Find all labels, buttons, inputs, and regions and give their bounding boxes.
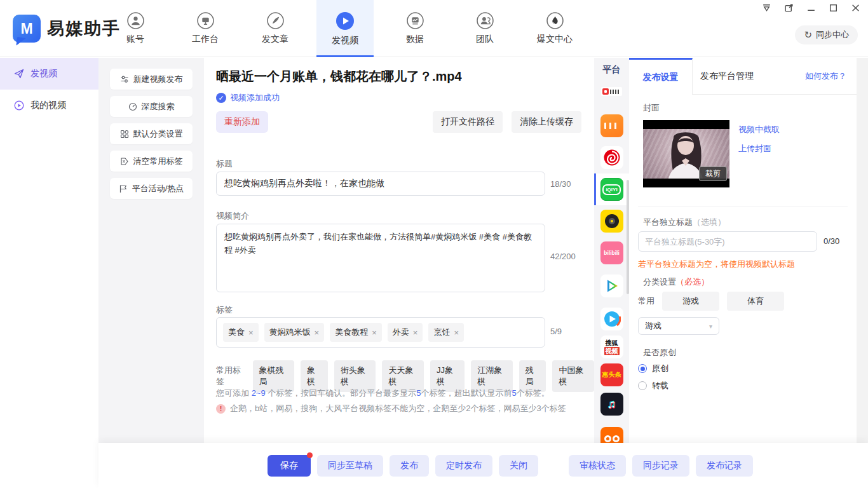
hint-text: 您可添加 (216, 388, 252, 398)
sync-center-label: 同步中心 (816, 29, 849, 41)
sync-center-button[interactable]: ↻ 同步中心 (795, 25, 858, 44)
platform-qutoutiao[interactable] (594, 110, 629, 142)
category-common-label: 常用 (638, 295, 654, 307)
play-circle-icon (14, 100, 24, 111)
status-text: 视频添加成功 (230, 92, 280, 104)
remove-tag-icon[interactable]: × (413, 328, 418, 337)
nav-item-team[interactable]: 团队 (456, 0, 513, 57)
platform-tencent-video[interactable] (594, 270, 629, 302)
clear-common-tags-button[interactable]: 清空常用标签 (110, 151, 193, 172)
publish-button[interactable]: 发布 (390, 455, 429, 477)
original-label: 是否原创 (643, 347, 676, 358)
tune-icon (120, 75, 129, 84)
tab-platform-management[interactable]: 发布平台管理 (700, 58, 754, 95)
hint-text: 个标签。 (517, 388, 550, 398)
platform-miaopai[interactable] (594, 205, 629, 237)
platform-huitoutiao[interactable]: 惠头条 (594, 359, 629, 391)
publish-settings-panel: 发布设置 发布平台管理 如何发布？ 封面 裁剪 视频中截取 上传封面 平台独立标… (629, 58, 857, 443)
minimize-icon[interactable] (806, 3, 816, 13)
independent-title-label: 平台独立标题（选填） (643, 217, 726, 228)
chevron-down-icon: ▾ (709, 323, 712, 330)
category-dropdown[interactable]: 游戏 ▾ (638, 317, 719, 335)
default-category-settings-button[interactable]: 默认分类设置 (110, 123, 193, 144)
nav-item-account[interactable]: 账号 (107, 0, 164, 57)
clear-upload-cache-button[interactable]: 清除上传缓存 (512, 111, 581, 133)
platform-douyin[interactable]: ♫ (594, 388, 629, 420)
common-tag[interactable]: 中国象棋 (552, 360, 594, 392)
ifeng-icon (600, 146, 623, 169)
platform-sohu-video[interactable]: 搜狐 视频 (594, 331, 629, 363)
title-counter: 18/30 (550, 179, 571, 189)
sidebar-item-my-videos[interactable]: 我的视频 (0, 90, 98, 121)
upload-cover-link[interactable]: 上传封面 (738, 143, 771, 154)
nav-item-workbench[interactable]: 工作台 (177, 0, 234, 57)
crop-button[interactable]: 裁剪 (699, 166, 727, 181)
publish-log-button[interactable]: 发布记录 (696, 455, 753, 477)
tag-text: 黄焖鸡米饭 (269, 327, 311, 338)
remove-tag-icon[interactable]: × (454, 328, 459, 337)
platform-tudou[interactable] (594, 423, 629, 443)
yimedia-assistant-window: M 易媒助手 账号 工作台 发文章 发视频 数据 (0, 0, 868, 488)
new-video-publish-button[interactable]: 新建视频发布 (110, 69, 193, 90)
open-file-path-button[interactable]: 打开文件路径 (433, 111, 503, 133)
category-settings-label: 分类设置（必选） (643, 276, 709, 288)
readd-video-button[interactable]: 重新添加 (216, 111, 268, 133)
description-textarea[interactable]: 想吃黄焖鸡别再点外卖了，我们在家也能做，方法很简单#黄焖鸡米饭 #美食 #美食教… (216, 224, 545, 292)
tags-input-box[interactable]: 美食× 黄焖鸡米饭× 美食教程× 外卖× 烹饪× (216, 317, 545, 348)
platform-redbook-mini-icon[interactable] (601, 87, 622, 96)
refresh-icon: ↻ (804, 29, 812, 41)
sync-log-button[interactable]: 同步记录 (632, 455, 689, 477)
logo-mark-icon: M (13, 15, 41, 43)
description-counter: 42/200 (550, 252, 576, 261)
close-button[interactable]: 关闭 (499, 455, 538, 477)
tool-label: 默认分类设置 (133, 128, 183, 140)
nav-item-publish-article[interactable]: 发文章 (247, 0, 304, 57)
audit-status-button[interactable]: 审核状态 (569, 455, 626, 477)
tab-publish-settings[interactable]: 发布设置 (629, 58, 693, 95)
independent-title-input[interactable] (638, 231, 817, 252)
tags-hint: 您可添加 2~9 个标签，按回车确认。部分平台最多显示5个标签，超出默认显示前5… (216, 388, 550, 399)
how-to-publish-link[interactable]: 如何发布？ (805, 58, 846, 95)
title-input[interactable] (216, 172, 545, 196)
maximize-icon[interactable] (829, 3, 838, 13)
file-action-right: 打开文件路径 清除上传缓存 (433, 111, 581, 133)
capture-from-video-link[interactable]: 视频中截取 (738, 124, 780, 135)
platform-ifeng[interactable] (594, 142, 629, 173)
platform-iqiyi[interactable]: iQIYI (594, 173, 629, 205)
deep-search-button[interactable]: 深度搜索 (110, 96, 193, 117)
remove-tag-icon[interactable]: × (372, 328, 377, 337)
file-action-row: 重新添加 打开文件路径 清除上传缓存 (216, 111, 581, 133)
flag-icon (119, 184, 128, 193)
sidebar-item-publish-video[interactable]: 发视频 (0, 58, 98, 90)
upload-status: ✓ 视频添加成功 (216, 92, 280, 104)
sync-to-draft-button[interactable]: 同步至草稿 (317, 455, 383, 477)
popout-icon[interactable] (784, 3, 794, 13)
cover-thumbnail[interactable]: 裁剪 (643, 120, 729, 187)
flame-icon (546, 12, 564, 29)
warning-icon: ! (216, 404, 226, 414)
nav-item-hot-center[interactable]: 爆文中心 (526, 0, 583, 57)
radio-original[interactable]: 原创 (638, 363, 668, 374)
schedule-publish-button[interactable]: 定时发布 (435, 455, 492, 477)
category-option-sports[interactable]: 体育 (727, 292, 784, 311)
category-option-game[interactable]: 游戏 (662, 292, 719, 311)
panel-divider (638, 207, 848, 207)
warning-text: 企鹅，b站，网易，搜狗，大风平台视频标签不能为空，企鹅至少2个标签，网易至少3个… (230, 403, 566, 414)
nav-item-data[interactable]: 数据 (386, 0, 444, 57)
iqiyi-logo-text: iQIYI (602, 184, 620, 195)
grid-icon (120, 130, 129, 139)
platform-haokan[interactable] (594, 303, 629, 335)
save-button[interactable]: 保存 (268, 455, 311, 477)
remove-tag-icon[interactable]: × (248, 328, 254, 337)
radio-repost[interactable]: 转载 (638, 380, 668, 391)
platform-activity-button[interactable]: 平台活动/热点 (110, 178, 193, 199)
close-icon[interactable] (851, 3, 860, 13)
tools-column: 新建视频发布 深度搜索 默认分类设置 清空常用标签 平台活动/热点 (98, 58, 204, 443)
platform-bilibili[interactable]: bilibili (594, 237, 629, 269)
nav-item-publish-video[interactable]: 发视频 (316, 0, 374, 57)
radio-label: 转载 (652, 380, 668, 391)
sohu-logo-text-bottom: 视频 (604, 347, 620, 355)
haokan-icon (600, 308, 623, 330)
boss-key-icon[interactable] (762, 3, 771, 13)
remove-tag-icon[interactable]: × (315, 328, 320, 337)
